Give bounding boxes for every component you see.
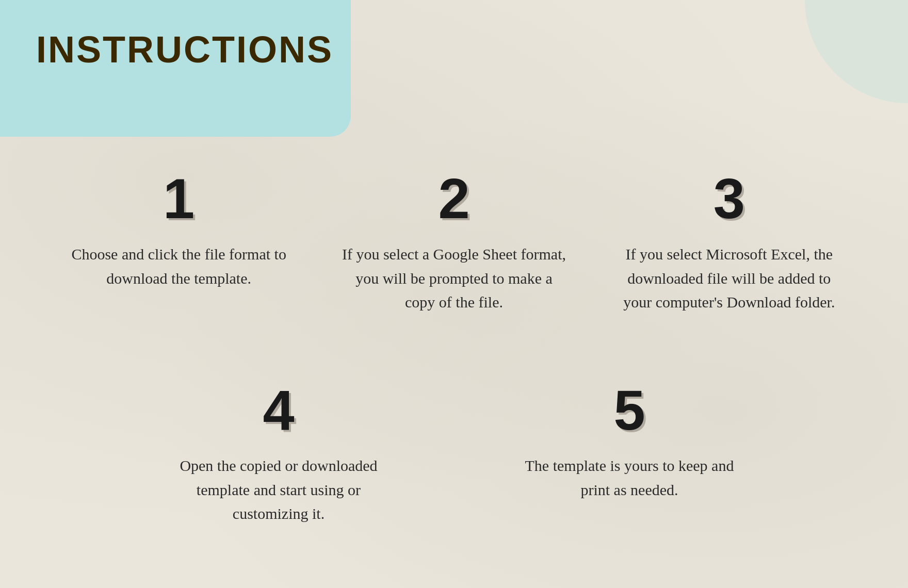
steps-row-2: 4 Open the copied or downloaded template… xyxy=(0,382,908,526)
step-4-number: 4 xyxy=(263,382,294,438)
step-5-text: The template is yours to keep and print … xyxy=(516,454,743,502)
steps-row-1: 1 Choose and click the file format to do… xyxy=(0,170,908,315)
step-4: 4 Open the copied or downloaded template… xyxy=(155,382,402,526)
page-wrapper: INSTRUCTIONS 1 Choose and click the file… xyxy=(0,0,908,588)
step-2-number: 2 xyxy=(438,170,469,227)
step-1-number: 1 xyxy=(163,170,194,227)
step-5: 5 The template is yours to keep and prin… xyxy=(506,382,753,502)
step-2: 2 If you select a Google Sheet format, y… xyxy=(330,170,578,315)
step-1: 1 Choose and click the file format to do… xyxy=(55,170,303,290)
step-5-number: 5 xyxy=(613,382,645,438)
step-2-text: If you select a Google Sheet format, you… xyxy=(340,242,568,315)
step-3-text: If you select Microsoft Excel, the downl… xyxy=(615,242,842,315)
page-title: INSTRUCTIONS xyxy=(36,28,333,71)
step-1-text: Choose and click the file format to down… xyxy=(66,242,293,290)
step-3: 3 If you select Microsoft Excel, the dow… xyxy=(605,170,853,315)
step-3-number: 3 xyxy=(714,170,745,227)
step-4-text: Open the copied or downloaded template a… xyxy=(165,454,392,526)
corner-decoration xyxy=(805,0,908,103)
